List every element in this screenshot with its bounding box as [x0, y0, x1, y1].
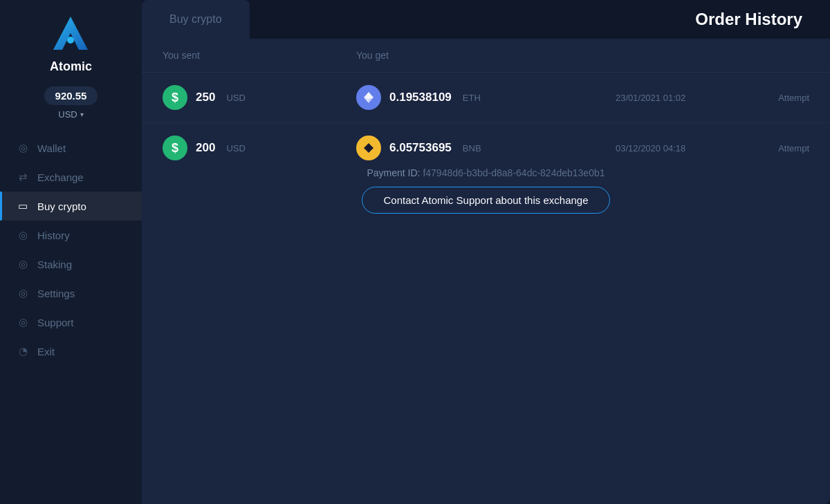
- table-row[interactable]: $ 200 USD: [142, 123, 830, 226]
- app-name: Atomic: [50, 59, 92, 74]
- chevron-down-icon: ▾: [80, 111, 84, 118]
- usd-icon-1: $: [163, 85, 187, 110]
- header-date: [616, 50, 740, 61]
- sidebar-item-history[interactable]: ◎ History: [0, 221, 142, 250]
- get-symbol-1: ETH: [463, 93, 481, 103]
- sidebar-item-label: Staking: [37, 259, 72, 270]
- sidebar-item-buy-crypto[interactable]: ▭ Buy crypto: [0, 192, 142, 221]
- sidebar-item-label: Buy crypto: [37, 200, 86, 212]
- sent-col-2: $ 200 USD: [163, 136, 356, 160]
- table-header: You sent You get: [142, 39, 830, 73]
- bnb-icon-2: [356, 136, 381, 160]
- get-col-1: 0.19538109 ETH: [356, 85, 616, 110]
- sidebar-item-staking[interactable]: ◎ Staking: [0, 250, 142, 279]
- contact-support-button[interactable]: Contact Atomic Support about this exchan…: [362, 187, 609, 214]
- exchange-icon: ⇄: [17, 171, 29, 183]
- wallet-icon: ◎: [17, 142, 29, 154]
- sent-amount-1: 250: [196, 91, 215, 104]
- sent-symbol-1: USD: [226, 93, 245, 103]
- tab-buy-crypto[interactable]: Buy crypto: [142, 0, 250, 39]
- get-amount-2: 6.05753695: [389, 141, 452, 155]
- sidebar-item-label: Support: [37, 317, 74, 328]
- exit-icon: ◔: [17, 345, 29, 357]
- get-symbol-2: BNB: [463, 143, 481, 153]
- order-table: You sent You get $ 250 USD: [142, 39, 830, 504]
- sidebar-item-wallet[interactable]: ◎ Wallet: [0, 133, 142, 162]
- settings-icon: ◎: [17, 287, 29, 299]
- currency-label: USD: [58, 109, 77, 120]
- tab-bar: Buy crypto Order History: [142, 0, 830, 39]
- main-content: Buy crypto Order History You sent You ge…: [142, 0, 830, 504]
- sent-amount-2: 200: [196, 141, 215, 155]
- sidebar-item-label: Exchange: [37, 171, 84, 183]
- balance-display: 920.55: [44, 86, 98, 105]
- sidebar-item-support[interactable]: ◎ Support: [0, 308, 142, 337]
- sidebar-item-exchange[interactable]: ⇄ Exchange: [0, 162, 142, 192]
- date-col-2: 03/12/2020 04:18: [616, 142, 740, 154]
- get-col-2: 6.05753695 BNB: [356, 136, 616, 160]
- sidebar-item-settings[interactable]: ◎ Settings: [0, 279, 142, 308]
- sidebar-item-exit[interactable]: ◔ Exit: [0, 337, 142, 366]
- sidebar-nav: ◎ Wallet ⇄ Exchange ▭ Buy crypto ◎ Histo…: [0, 133, 142, 366]
- eth-icon-1: [356, 85, 381, 110]
- sent-col-1: $ 250 USD: [163, 85, 356, 110]
- staking-icon: ◎: [17, 258, 29, 270]
- buy-crypto-icon: ▭: [17, 200, 29, 212]
- support-icon: ◎: [17, 316, 29, 328]
- sidebar-item-label: Wallet: [37, 142, 66, 154]
- sent-coin-1: $ 250 USD: [163, 85, 356, 110]
- tab-buy-crypto-label: Buy crypto: [169, 13, 222, 26]
- order-history-title: Order History: [695, 10, 802, 29]
- history-icon: ◎: [17, 229, 29, 241]
- usd-icon-2: $: [163, 136, 187, 160]
- payment-id-row: Payment ID: f47948d6-b3bd-d8a8-64dc-824d…: [163, 160, 809, 181]
- atomic-logo: [50, 14, 91, 55]
- svg-rect-9: [368, 147, 370, 149]
- row-main-2: $ 200 USD: [163, 136, 809, 160]
- sidebar-item-label: Exit: [37, 346, 55, 357]
- payment-id-value: f47948d6-b3bd-d8a8-64dc-824deb13e0b1: [423, 167, 605, 178]
- date-1: 23/01/2021 01:02: [616, 93, 685, 103]
- status-col-1: Attempt: [740, 91, 809, 104]
- currency-selector[interactable]: USD ▾: [58, 109, 83, 120]
- get-coin-1: 0.19538109 ETH: [356, 85, 616, 110]
- contact-btn-row: Contact Atomic Support about this exchan…: [163, 181, 809, 214]
- sidebar-item-label: History: [37, 230, 70, 241]
- svg-point-0: [67, 37, 74, 44]
- table-row[interactable]: $ 250 USD: [142, 73, 830, 123]
- header-status: [740, 50, 809, 61]
- header-sent: You sent: [163, 50, 356, 61]
- sidebar-item-label: Settings: [37, 288, 75, 299]
- sidebar: Atomic 920.55 USD ▾ ◎ Wallet ⇄ Exchange …: [0, 0, 142, 504]
- get-coin-2: 6.05753695 BNB: [356, 136, 616, 160]
- logo-area: Atomic: [50, 14, 92, 74]
- get-amount-1: 0.19538109: [389, 91, 452, 104]
- status-col-2: Attempt: [740, 142, 809, 154]
- sent-coin-2: $ 200 USD: [163, 136, 356, 160]
- row-main-1: $ 250 USD: [163, 85, 809, 110]
- header-get: You get: [356, 50, 616, 61]
- date-2: 03/12/2020 04:18: [616, 143, 685, 153]
- sent-symbol-2: USD: [226, 143, 245, 153]
- status-1: Attempt: [778, 93, 809, 103]
- date-col-1: 23/01/2021 01:02: [616, 91, 740, 104]
- payment-id-label: Payment ID:: [367, 167, 420, 178]
- status-2: Attempt: [778, 143, 809, 153]
